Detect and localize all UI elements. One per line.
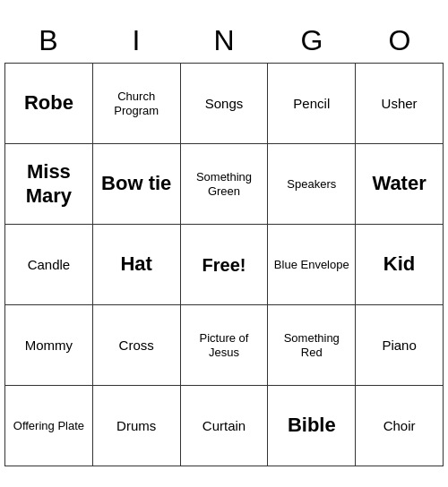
- header-letter: N: [184, 24, 264, 57]
- bingo-grid: RobeChurch ProgramSongsPencilUsherMiss M…: [4, 63, 444, 466]
- bingo-cell: Drums: [93, 386, 181, 466]
- bingo-cell: Water: [356, 144, 444, 225]
- bingo-cell: Speakers: [268, 144, 356, 225]
- bingo-cell: Blue Envelope: [268, 225, 356, 305]
- bingo-cell: Songs: [181, 64, 269, 144]
- bingo-cell: Curtain: [181, 386, 269, 466]
- bingo-card: BINGO RobeChurch ProgramSongsPencilUsher…: [4, 21, 444, 466]
- bingo-cell: Something Red: [268, 305, 356, 386]
- header-letter: G: [271, 24, 352, 57]
- header-letter: B: [8, 24, 89, 57]
- bingo-cell: Bible: [268, 386, 356, 466]
- bingo-cell: Choir: [356, 386, 444, 466]
- bingo-cell: Kid: [356, 225, 444, 305]
- bingo-cell: Mommy: [5, 305, 93, 386]
- bingo-cell: Robe: [5, 64, 93, 144]
- bingo-cell: Free!: [181, 225, 269, 305]
- bingo-cell: Pencil: [268, 64, 356, 144]
- header-letter: O: [359, 24, 440, 57]
- bingo-cell: Hat: [93, 225, 181, 305]
- bingo-cell: Something Green: [181, 144, 269, 225]
- header-letter: I: [96, 24, 177, 57]
- bingo-cell: Picture of Jesus: [181, 305, 269, 386]
- bingo-cell: Usher: [356, 64, 444, 144]
- bingo-cell: Church Program: [93, 64, 181, 144]
- bingo-cell: Bow tie: [93, 144, 181, 225]
- bingo-header: BINGO: [4, 21, 444, 63]
- bingo-cell: Cross: [93, 305, 181, 386]
- bingo-cell: Candle: [5, 225, 93, 305]
- bingo-cell: Piano: [356, 305, 444, 386]
- bingo-cell: Miss Mary: [5, 144, 93, 225]
- bingo-cell: Offering Plate: [5, 386, 93, 466]
